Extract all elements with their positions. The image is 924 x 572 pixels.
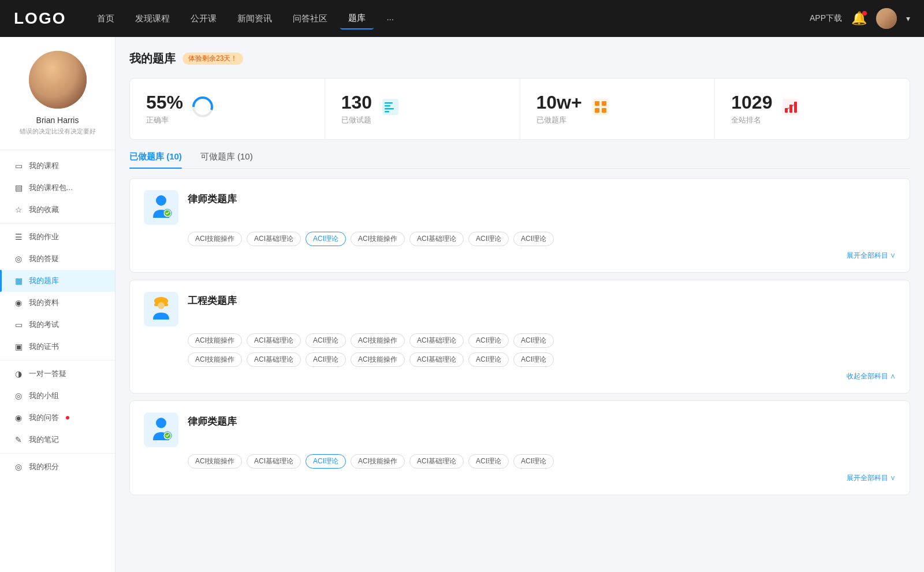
sidebar-item-my-qa[interactable]: ◉ 我的问答 [0, 407, 115, 429]
nav-home[interactable]: 首页 [89, 9, 122, 29]
tag-3-1[interactable]: ACI技能操作 [188, 454, 242, 469]
bank-card-footer-1: 展开全部科目 ∨ [144, 251, 896, 261]
tag-1-7[interactable]: ACI理论 [513, 232, 554, 246]
data-icon: ◉ [14, 298, 23, 307]
main-container: Brian Harris 错误的决定比没有决定要好 ▭ 我的课程 ▤ 我的课程包… [0, 37, 924, 572]
sidebar-item-group[interactable]: ◎ 我的小组 [0, 385, 115, 407]
sidebar-item-label: 我的答疑 [29, 254, 59, 264]
chat-icon: ◑ [14, 369, 23, 378]
svg-rect-10 [595, 108, 599, 113]
tag-2-13[interactable]: ACI理论 [468, 352, 509, 367]
collapse-button-2[interactable]: 收起全部科目 ∧ [847, 372, 896, 381]
page-title: 我的题库 [129, 51, 176, 66]
tag-2-3[interactable]: ACI理论 [305, 333, 346, 348]
tag-2-5[interactable]: ACI基础理论 [409, 333, 464, 348]
bank-card-footer-3: 展开全部科目 ∨ [144, 473, 896, 483]
tag-1-1[interactable]: ACI技能操作 [188, 232, 242, 246]
tag-3-5[interactable]: ACI基础理论 [409, 454, 464, 469]
notification-bell[interactable]: 🔔 [851, 11, 867, 26]
expand-button-1[interactable]: 展开全部科目 ∨ [847, 251, 896, 261]
stat-done-questions-value: 130 [341, 92, 372, 113]
sidebar-item-label: 我的小组 [29, 391, 59, 401]
stat-accuracy-text: 55% 正确率 [146, 92, 183, 125]
tag-1-4[interactable]: ACI技能操作 [351, 232, 405, 246]
avatar[interactable] [876, 8, 897, 29]
sidebar-item-my-data[interactable]: ◉ 我的资料 [0, 292, 115, 314]
stat-accuracy-value: 55% [146, 92, 183, 113]
tag-2-11[interactable]: ACI技能操作 [351, 352, 405, 367]
tag-3-4[interactable]: ACI技能操作 [351, 454, 405, 469]
tag-3-2[interactable]: ACI基础理论 [247, 454, 301, 469]
tag-3-3[interactable]: ACI理论 [305, 454, 346, 469]
bank-card-header-3: 律师类题库 [144, 413, 896, 447]
svg-rect-2 [382, 99, 398, 115]
tag-2-6[interactable]: ACI理论 [468, 333, 509, 348]
svg-point-25 [156, 418, 166, 428]
bank-card-lawyer-2: 律师类题库 ACI技能操作 ACI基础理论 ACI理论 ACI技能操作 ACI基… [129, 400, 910, 495]
tag-2-2[interactable]: ACI基础理论 [247, 333, 301, 348]
svg-point-17 [156, 195, 166, 206]
sidebar-item-homework[interactable]: ☰ 我的作业 [0, 226, 115, 248]
tag-2-7[interactable]: ACI理论 [513, 333, 554, 348]
bank-card-header-2: 工程类题库 [144, 292, 896, 326]
nav-news[interactable]: 新闻资讯 [229, 9, 280, 29]
tag-1-2[interactable]: ACI基础理论 [247, 232, 301, 246]
bank-card-tags-2b: ACI技能操作 ACI基础理论 ACI理论 ACI技能操作 ACI基础理论 AC… [188, 352, 896, 367]
tab-available-banks[interactable]: 可做题库 (10) [200, 151, 253, 168]
tag-2-4[interactable]: ACI技能操作 [351, 333, 405, 348]
star-icon: ☆ [14, 205, 23, 214]
stat-done-banks-value: 10w+ [536, 92, 582, 113]
bank-title-text-2: 工程类题库 [188, 292, 237, 307]
tag-2-12[interactable]: ACI基础理论 [409, 352, 464, 367]
sidebar-item-question-bank[interactable]: ▦ 我的题库 [0, 270, 115, 292]
sidebar-item-course-package[interactable]: ▤ 我的课程包... [0, 177, 115, 199]
nav-discover[interactable]: 发现课程 [127, 9, 178, 29]
sidebar-item-exam[interactable]: ▭ 我的考试 [0, 314, 115, 336]
sidebar-item-tutoring[interactable]: ◑ 一对一答疑 [0, 363, 115, 385]
stat-accuracy-label: 正确率 [146, 115, 183, 125]
bar-chart-icon [781, 98, 800, 120]
tag-3-7[interactable]: ACI理论 [513, 454, 554, 469]
sidebar-item-points[interactable]: ◎ 我的积分 [0, 456, 115, 478]
sidebar-item-favorites[interactable]: ☆ 我的收藏 [0, 199, 115, 221]
stat-done-banks: 10w+ 已做题库 [520, 79, 716, 139]
bank-card-lawyer-1: 律师类题库 ACI技能操作 ACI基础理论 ACI理论 ACI技能操作 ACI基… [129, 178, 910, 273]
stat-rank-text: 1029 全站排名 [731, 92, 772, 125]
sidebar-item-label: 我的课程 [29, 161, 59, 171]
stat-done-questions-label: 已做试题 [341, 115, 372, 125]
tag-1-6[interactable]: ACI理论 [468, 232, 509, 246]
sidebar-item-certificate[interactable]: ▣ 我的证书 [0, 336, 115, 358]
tag-2-9[interactable]: ACI基础理论 [247, 352, 301, 367]
divider-3 [0, 453, 115, 454]
tab-done-banks[interactable]: 已做题库 (10) [129, 151, 182, 168]
stat-done-questions: 130 已做试题 [325, 79, 520, 139]
app-download-button[interactable]: APP下载 [810, 13, 842, 24]
nav-qa[interactable]: 问答社区 [285, 9, 336, 29]
tag-1-3[interactable]: ACI理论 [305, 232, 346, 246]
tag-2-14[interactable]: ACI理论 [513, 352, 554, 367]
nav-question-bank[interactable]: 题库 [340, 8, 374, 29]
nav-open-course[interactable]: 公开课 [182, 9, 225, 29]
tag-3-6[interactable]: ACI理论 [468, 454, 509, 469]
cert-icon: ▣ [14, 342, 23, 351]
tag-2-10[interactable]: ACI理论 [305, 352, 346, 367]
svg-rect-5 [385, 108, 394, 110]
tag-2-1[interactable]: ACI技能操作 [188, 333, 242, 348]
tabs-row: 已做题库 (10) 可做题库 (10) [129, 151, 910, 169]
sidebar-menu: ▭ 我的课程 ▤ 我的课程包... ☆ 我的收藏 ☰ 我的作业 ◎ 我的答疑 ▦ [0, 150, 115, 482]
tag-2-8[interactable]: ACI技能操作 [188, 352, 242, 367]
expand-button-3[interactable]: 展开全部科目 ∨ [847, 473, 896, 483]
sidebar-item-qa[interactable]: ◎ 我的答疑 [0, 248, 115, 270]
sidebar-item-my-course[interactable]: ▭ 我的课程 [0, 155, 115, 177]
sidebar-item-label: 我的作业 [29, 232, 59, 242]
divider-2 [0, 360, 115, 361]
bank-card-title-3: 律师类题库 [188, 413, 237, 428]
tag-1-5[interactable]: ACI基础理论 [409, 232, 464, 246]
exam-icon: ▭ [14, 320, 23, 329]
chevron-down-icon[interactable]: ▾ [906, 14, 910, 23]
sidebar-item-notes[interactable]: ✎ 我的笔记 [0, 429, 115, 451]
stats-row: 55% 正确率 130 已做试题 [129, 78, 910, 140]
stat-done-questions-text: 130 已做试题 [341, 92, 372, 125]
sidebar-item-label: 我的问答 [29, 413, 59, 423]
nav-more[interactable]: ··· [378, 9, 402, 28]
